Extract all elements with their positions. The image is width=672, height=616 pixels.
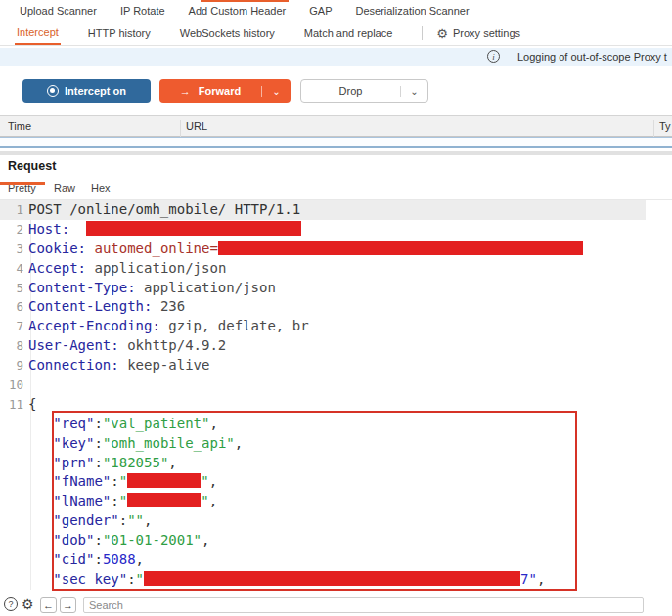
- search-back-button[interactable]: ←: [40, 597, 57, 613]
- code-segment: :: [94, 455, 102, 470]
- drop-button-label: Drop: [301, 85, 400, 97]
- code-segment: ,: [235, 435, 243, 451]
- code-segment: ,: [168, 455, 176, 470]
- line-content: POST /online/omh_mobile/ HTTP/1.1: [28, 200, 300, 220]
- code-segment: [28, 416, 53, 431]
- column-header-time: Time: [8, 120, 31, 132]
- request-editor[interactable]: 1POST /online/omh_mobile/ HTTP/1.12Host:…: [0, 199, 672, 594]
- proxy-tab-intercept[interactable]: Intercept: [15, 22, 61, 45]
- search-forward-button[interactable]: →: [60, 597, 76, 613]
- request-panel-title: Request: [8, 159, 56, 173]
- code-segment: Content-Length:: [28, 298, 152, 314]
- line-number: 5: [0, 279, 28, 298]
- forward-dropdown-chevron-icon[interactable]: ⌄: [261, 86, 291, 97]
- drop-button[interactable]: Drop ⌄: [300, 79, 428, 103]
- code-segment: automed_online=: [94, 241, 217, 256]
- proxy-tab-websockets-history[interactable]: WebSockets history: [178, 23, 277, 44]
- code-segment: [152, 298, 159, 314]
- code-segment: "key": [53, 435, 94, 451]
- column-divider[interactable]: [180, 120, 181, 138]
- line-content: Host:: [28, 220, 301, 240]
- redacted-block: [144, 571, 520, 586]
- search-input[interactable]: [83, 597, 644, 613]
- code-segment: "01-01-2001": [103, 532, 202, 548]
- code-segment: "182055": [103, 455, 168, 470]
- drop-dropdown-chevron-icon[interactable]: ⌄: [400, 86, 427, 97]
- active-view-tab-indicator: [0, 182, 45, 185]
- redacted-block: [127, 473, 201, 488]
- line-content: "prn":"182055",: [28, 454, 177, 473]
- code-segment: ,: [136, 551, 144, 567]
- code-segment: :: [94, 435, 102, 451]
- request-line: "gender":"",: [0, 511, 672, 531]
- redacted-block: [218, 241, 583, 255]
- request-line: "key":"omh_mobile_api",: [0, 434, 672, 454]
- extension-tab-gap[interactable]: GAP: [309, 5, 332, 17]
- request-line: "prn":"182055",: [0, 454, 672, 473]
- request-line: "sec key":"7",: [0, 570, 672, 590]
- code-segment: :: [94, 551, 102, 567]
- code-segment: 7": [520, 571, 537, 587]
- code-segment: Connection:: [28, 357, 119, 373]
- request-line: 8User-Agent: okhttp/4.9.2: [0, 336, 672, 356]
- code-segment: Cookie:: [28, 241, 86, 256]
- extension-tab-upload-scanner[interactable]: Upload Scanner: [20, 5, 97, 17]
- help-icon[interactable]: ?: [4, 597, 18, 611]
- active-top-tab-indicator: [201, 0, 289, 2]
- code-segment: application/json: [144, 280, 276, 295]
- forward-arrow-icon: →: [180, 85, 191, 97]
- extension-tab-ip-rotate[interactable]: IP Rotate: [120, 5, 165, 17]
- code-segment: :: [111, 473, 118, 489]
- tab-raw[interactable]: Raw: [54, 182, 75, 194]
- request-view-tabs: Pretty Raw Hex: [0, 180, 672, 198]
- request-line: 7Accept-Encoding: gzip, deflate, br: [0, 317, 672, 336]
- request-line: 6Content-Length: 236: [0, 297, 672, 317]
- column-header-type: Ty: [659, 120, 671, 132]
- code-segment: :: [94, 532, 102, 548]
- tab-hex[interactable]: Hex: [91, 182, 111, 194]
- code-segment: "": [127, 512, 144, 528]
- forward-button-label: Forward: [199, 85, 241, 97]
- code-segment: "lName": [53, 493, 111, 508]
- code-segment: ": [201, 493, 208, 508]
- code-segment: ": [136, 571, 144, 587]
- proxy-tab-match-and-replace[interactable]: Match and replace: [302, 23, 395, 44]
- request-line: "req":"val_patient",: [0, 415, 672, 434]
- line-content: Content-Type: application/json: [28, 279, 276, 298]
- code-segment: User-Agent:: [28, 337, 119, 353]
- request-line: 4Accept: application/json: [0, 259, 672, 279]
- code-segment: [28, 473, 53, 489]
- code-segment: [119, 357, 127, 373]
- extension-tab-deserialization-scanner[interactable]: Deserialization Scanner: [355, 5, 469, 17]
- line-content: "dob":"01-01-2001",: [28, 531, 209, 550]
- line-content: Content-Length: 236: [28, 297, 185, 317]
- line-content: User-Agent: okhttp/4.9.2: [28, 336, 226, 356]
- code-segment: [28, 512, 53, 528]
- info-icon: i: [487, 50, 500, 63]
- line-number: 2: [0, 220, 28, 240]
- line-number: 7: [0, 317, 28, 336]
- code-segment: :: [127, 571, 135, 587]
- forward-button[interactable]: → Forward ⌄: [159, 79, 291, 103]
- table-scrollbar-strip: [0, 151, 672, 155]
- code-segment: ,: [202, 532, 209, 548]
- code-segment: :: [94, 416, 102, 431]
- proxy-tab-http-history[interactable]: HTTP history: [86, 23, 153, 44]
- line-number: 3: [0, 240, 28, 259]
- code-segment: keep-alive: [127, 357, 209, 373]
- gear-icon[interactable]: ⚙: [22, 596, 34, 612]
- line-content: "req":"val_patient",: [28, 415, 218, 434]
- intercept-on-button[interactable]: Intercept on: [22, 79, 151, 103]
- selected-history-row[interactable]: [0, 137, 672, 148]
- request-line: "lName":"",: [0, 492, 672, 511]
- intercept-toggle-icon: [47, 85, 59, 97]
- column-divider[interactable]: [653, 120, 654, 138]
- request-line: 11{: [0, 395, 672, 415]
- code-segment: [28, 551, 53, 567]
- line-content: Accept-Encoding: gzip, deflate, br: [28, 317, 309, 336]
- code-segment: ,: [209, 416, 217, 431]
- redacted-block: [86, 221, 301, 236]
- code-segment: ,: [209, 473, 217, 489]
- extension-tab-add-custom-header[interactable]: Add Custom Header: [189, 5, 287, 17]
- proxy-settings-button[interactable]: Proxy settings: [453, 27, 520, 39]
